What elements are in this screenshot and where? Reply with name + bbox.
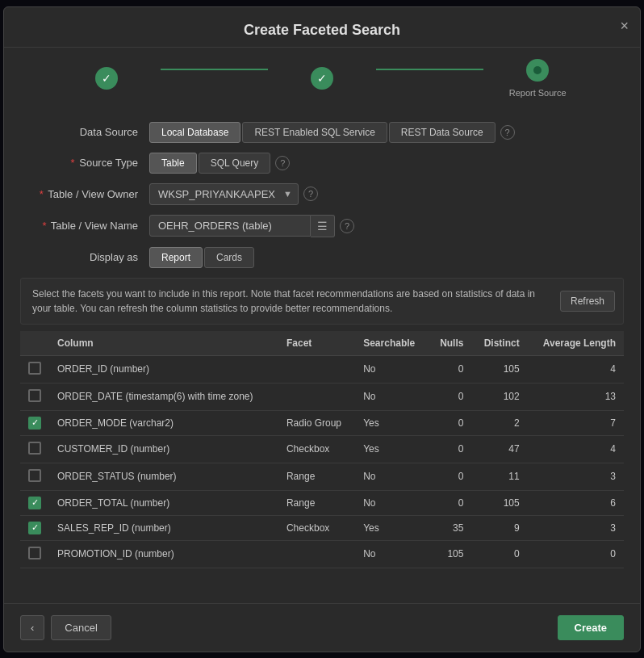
row-checkbox-6[interactable]: [28, 522, 41, 534]
row-nulls: 0: [429, 463, 471, 490]
row-distinct: 0: [471, 540, 527, 568]
row-column-name: ORDER_DATE (timestamp(6) with time zone): [49, 383, 278, 410]
display-as-buttons: Report Cards: [149, 247, 254, 268]
table-owner-help-icon[interactable]: ?: [303, 187, 318, 201]
row-avg-length: 6: [528, 490, 624, 515]
col-searchable: Searchable: [355, 331, 429, 356]
wizard-step-1: ✓: [52, 67, 161, 90]
row-avg-length: 3: [528, 463, 624, 490]
row-avg-length: 7: [528, 410, 624, 435]
source-type-row: * Source Type Table SQL Query ?: [20, 153, 624, 174]
row-checkbox-3[interactable]: [28, 442, 41, 455]
step-1-circle: ✓: [95, 67, 118, 90]
footer-left: ‹ Cancel: [20, 615, 111, 640]
table-name-browse-button[interactable]: ☰: [311, 215, 335, 237]
info-text-box: Select the facets you want to include in…: [20, 278, 624, 325]
close-button[interactable]: ×: [620, 19, 629, 33]
table-name-row: * Table / View Name ☰ ?: [20, 215, 624, 237]
source-type-buttons: Table SQL Query: [149, 153, 270, 174]
row-searchable: No: [355, 540, 429, 568]
row-column-name: ORDER_STATUS (number): [49, 463, 278, 490]
step-2-circle: ✓: [311, 67, 333, 90]
row-checkbox-1[interactable]: [28, 389, 41, 402]
display-as-label: Display as: [20, 251, 149, 263]
create-button[interactable]: Create: [558, 615, 624, 640]
local-database-button[interactable]: Local Database: [149, 122, 240, 143]
row-facet: Range: [278, 490, 355, 515]
row-column-name: ORDER_TOTAL (number): [49, 490, 278, 515]
row-facet: Range: [278, 463, 355, 490]
facets-table-body: ORDER_ID (number)No01054ORDER_DATE (time…: [20, 355, 624, 568]
table-button[interactable]: Table: [149, 153, 197, 174]
table-name-label: * Table / View Name: [20, 220, 149, 232]
row-distinct: 47: [471, 435, 527, 463]
row-avg-length: 4: [528, 435, 624, 463]
report-button[interactable]: Report: [149, 247, 203, 268]
row-distinct: 105: [471, 490, 527, 515]
col-nulls: Nulls: [429, 331, 471, 356]
col-distinct: Distinct: [471, 331, 527, 356]
cancel-button[interactable]: Cancel: [51, 615, 111, 640]
row-distinct: 2: [471, 410, 527, 435]
col-avg-length: Average Length: [528, 331, 624, 356]
row-searchable: No: [355, 355, 429, 383]
row-nulls: 0: [429, 383, 471, 410]
step-3-label: Report Source: [509, 88, 567, 98]
col-facet: Facet: [278, 331, 355, 356]
table-owner-row: * Table / View Owner WKSP_PRIYANKAAPEX ▼…: [20, 183, 624, 205]
row-facet: Radio Group: [278, 410, 355, 435]
row-column-name: ORDER_ID (number): [49, 355, 278, 383]
row-nulls: 0: [429, 410, 471, 435]
facets-table-head: Column Facet Searchable Nulls Distinct A…: [20, 331, 624, 356]
table-name-help-icon[interactable]: ?: [340, 219, 354, 233]
row-avg-length: 0: [528, 540, 624, 568]
row-searchable: No: [355, 463, 429, 490]
table-row: ORDER_TOTAL (number)RangeNo01056: [20, 490, 624, 515]
row-distinct: 105: [471, 355, 527, 383]
modal-header: Create Faceted Search ×: [4, 7, 640, 48]
rest-datasource-button[interactable]: REST Data Source: [389, 122, 496, 143]
row-searchable: Yes: [355, 435, 429, 463]
row-column-name: CUSTOMER_ID (number): [49, 435, 278, 463]
row-facet: [278, 355, 355, 383]
data-source-help-icon[interactable]: ?: [500, 125, 515, 140]
row-distinct: 9: [471, 515, 527, 540]
table-row: ORDER_STATUS (number)RangeNo0113: [20, 463, 624, 490]
sql-query-button[interactable]: SQL Query: [199, 153, 271, 174]
row-nulls: 0: [429, 355, 471, 383]
data-source-row: Data Source Local Database REST Enabled …: [20, 122, 624, 143]
data-source-buttons: Local Database REST Enabled SQL Service …: [149, 122, 496, 143]
row-distinct: 11: [471, 463, 527, 490]
row-avg-length: 3: [528, 515, 624, 540]
row-checkbox-4[interactable]: [28, 469, 41, 482]
row-avg-length: 13: [528, 383, 624, 410]
row-avg-length: 4: [528, 355, 624, 383]
row-nulls: 105: [429, 540, 471, 568]
table-owner-select[interactable]: WKSP_PRIYANKAAPEX: [149, 183, 299, 205]
row-distinct: 102: [471, 383, 527, 410]
cards-button[interactable]: Cards: [204, 247, 254, 268]
row-nulls: 0: [429, 435, 471, 463]
row-nulls: 35: [429, 515, 471, 540]
modal-overlay: Create Faceted Search × ✓ ✓: [0, 0, 644, 658]
row-checkbox-2[interactable]: [28, 417, 41, 430]
row-facet: Checkbox: [278, 435, 355, 463]
row-searchable: Yes: [355, 410, 429, 435]
row-facet: [278, 540, 355, 568]
display-as-row: Display as Report Cards: [20, 247, 624, 268]
table-row: SALES_REP_ID (number)CheckboxYes3593: [20, 515, 624, 540]
refresh-button[interactable]: Refresh: [560, 291, 615, 312]
row-checkbox-0[interactable]: [28, 362, 41, 375]
table-row: CUSTOMER_ID (number)CheckboxYes0474: [20, 435, 624, 463]
back-button[interactable]: ‹: [20, 615, 44, 640]
table-name-input[interactable]: [149, 215, 311, 237]
table-row: ORDER_ID (number)No01054: [20, 355, 624, 383]
table-owner-select-wrapper: WKSP_PRIYANKAAPEX ▼: [149, 183, 299, 205]
row-checkbox-5[interactable]: [28, 497, 41, 509]
source-type-label: * Source Type: [20, 157, 149, 169]
source-type-help-icon[interactable]: ?: [275, 156, 290, 170]
row-checkbox-7[interactable]: [28, 547, 41, 560]
rest-sql-button[interactable]: REST Enabled SQL Service: [242, 122, 387, 143]
table-name-input-group: ☰: [149, 215, 335, 237]
row-searchable: No: [355, 383, 429, 410]
